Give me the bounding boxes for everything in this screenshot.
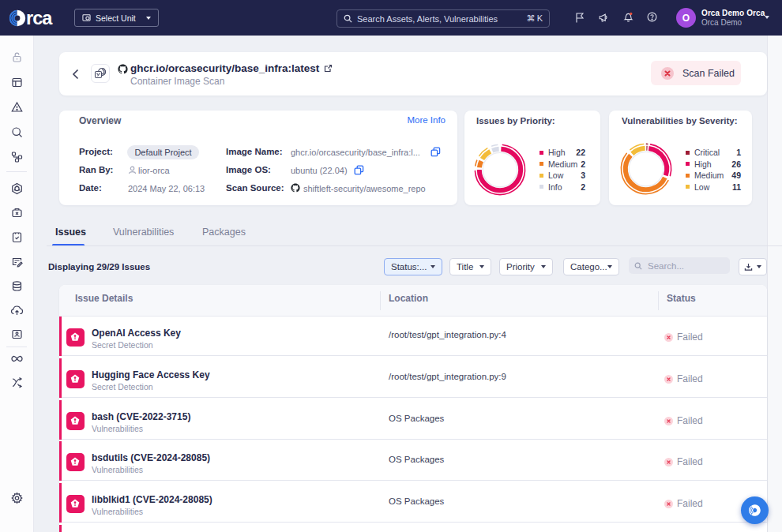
svg-text:rca: rca xyxy=(26,9,53,27)
